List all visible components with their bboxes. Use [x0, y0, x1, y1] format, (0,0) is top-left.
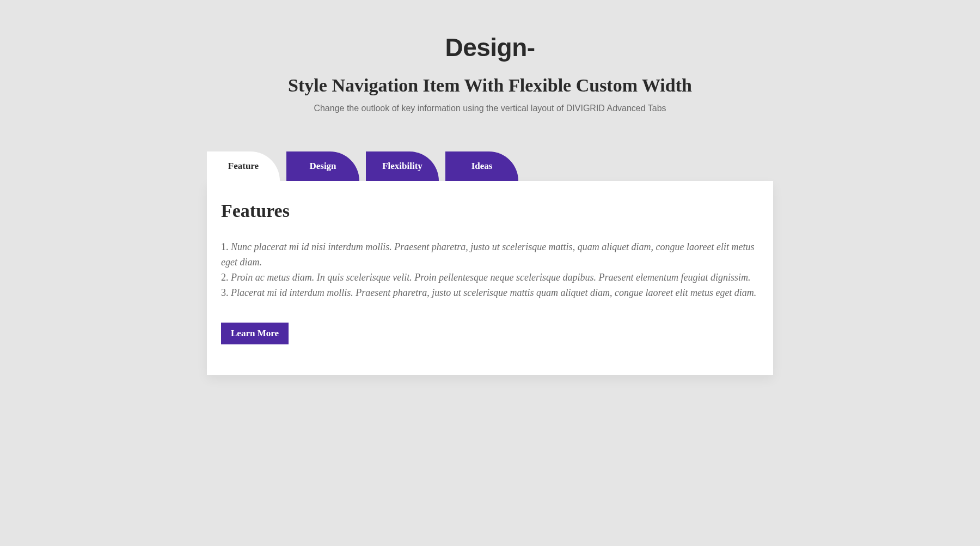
hero-section: Design- Style Navigation Item With Flexi…	[207, 33, 773, 113]
list-item: 2. Proin ac metus diam. In quis sceleris…	[221, 270, 759, 286]
tab-feature[interactable]: Feature	[207, 151, 280, 181]
panel-title: Features	[221, 201, 759, 221]
list-item: 3. Placerat mi id interdum mollis. Praes…	[221, 286, 759, 301]
panel-body: 1. Nunc placerat mi id nisi interdum mol…	[221, 240, 759, 301]
list-item: 1. Nunc placerat mi id nisi interdum mol…	[221, 240, 759, 270]
tab-ideas[interactable]: Ideas	[445, 151, 518, 181]
hero-subtitle: Change the outlook of key information us…	[207, 104, 773, 113]
learn-more-button[interactable]: Learn More	[221, 323, 289, 344]
hero-title: Style Navigation Item With Flexible Cust…	[207, 75, 773, 96]
hero-brand: Design-	[207, 33, 773, 62]
tab-design[interactable]: Design	[286, 151, 359, 181]
tab-flexibility[interactable]: Flexibility	[366, 151, 439, 181]
tab-panel: Features 1. Nunc placerat mi id nisi int…	[207, 181, 773, 375]
tab-list: Feature Design Flexibility Ideas	[207, 151, 773, 181]
